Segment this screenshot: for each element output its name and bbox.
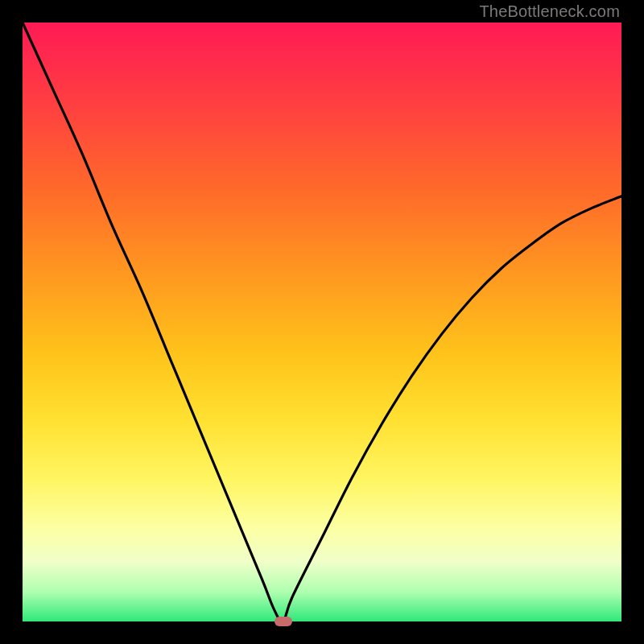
watermark-label: TheBottleneck.com [479, 0, 620, 23]
curve-path [23, 23, 621, 621]
plot-area [23, 23, 621, 621]
optimum-marker [275, 617, 292, 626]
chart-frame: TheBottleneck.com [0, 0, 644, 644]
bottleneck-curve [23, 23, 621, 621]
